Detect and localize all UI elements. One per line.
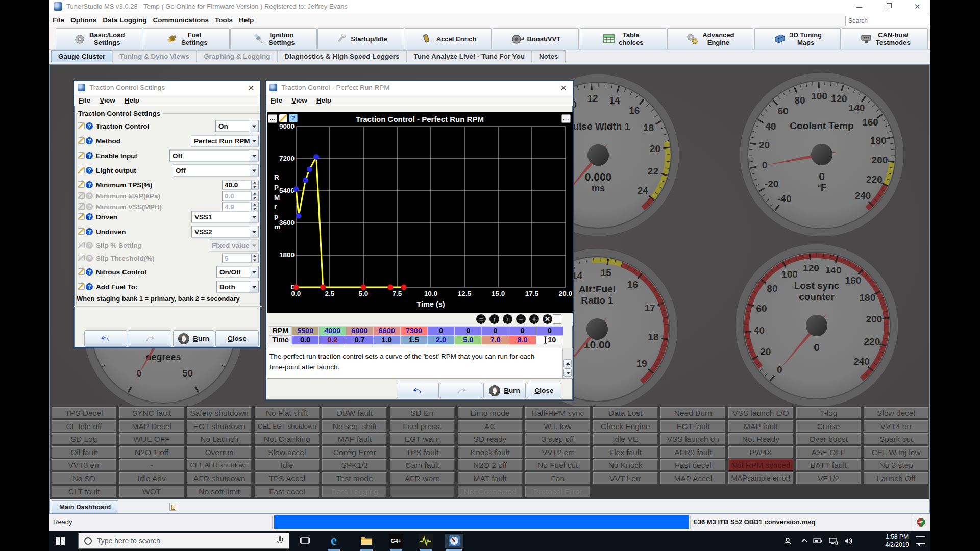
start-button[interactable] [56, 537, 65, 545]
dropdown-arrow-icon[interactable] [250, 212, 258, 222]
dropdown-enable-input[interactable]: Off [169, 150, 259, 162]
table-cell-time-2[interactable]: 0.7 [346, 335, 373, 344]
curve-tool-plus[interactable]: + [529, 314, 539, 324]
close-button-settings[interactable]: Close [215, 330, 259, 347]
table-cell-time-6[interactable]: 5.0 [455, 335, 482, 344]
toolbar-basic-load-settings[interactable]: Basic/Load Settings [56, 28, 142, 49]
settings-menu-view[interactable]: View [100, 96, 121, 104]
settings-menu-file[interactable]: File [79, 96, 96, 104]
settings-close-icon[interactable]: ✕ [247, 83, 256, 93]
file-explorer-icon[interactable] [359, 534, 374, 548]
curve-tool-down-arrow[interactable]: ↓ [503, 314, 512, 324]
tab-main-dashboard[interactable]: Main Dashboard [52, 500, 118, 513]
help-icon[interactable]: ? [86, 213, 93, 220]
battery-icon[interactable] [813, 537, 822, 544]
help-icon[interactable]: ? [86, 242, 93, 249]
curve-tool-close-x[interactable]: ✕ [543, 314, 552, 324]
help-icon[interactable]: ? [86, 283, 93, 290]
table-cell-rpm-2[interactable]: 6000 [346, 326, 373, 335]
tab-gauge-cluster[interactable]: Gauge Cluster [51, 50, 112, 62]
toolbar-can-bus-testmodes[interactable]: CAN-bus/ Testmodes [842, 28, 928, 49]
toolbar-table-choices[interactable]: Table choices [580, 28, 667, 49]
tab-tune-analyze-live-tune-for-you[interactable]: Tune Analyze Live! - Tune For You [407, 50, 532, 62]
menu-communications[interactable]: Communications [153, 16, 215, 24]
table-cell-time-8[interactable]: 8.0 [509, 335, 536, 344]
mic-icon[interactable] [277, 536, 283, 545]
toolbar-fuel-settings[interactable]: Fuel Settings [143, 28, 230, 49]
dropdown-arrow-icon[interactable] [250, 121, 258, 132]
volume-icon[interactable] [844, 537, 853, 545]
dropdown-traction-control[interactable]: On [215, 120, 259, 132]
search-input[interactable]: Search [845, 16, 928, 26]
spinner-minimum-tps-[interactable]: 40.0 [222, 180, 259, 190]
logview-app-icon[interactable] [419, 534, 433, 548]
dropdown-arrow-icon[interactable] [250, 282, 258, 292]
redo-button[interactable] [128, 330, 172, 347]
minimize-button[interactable] [851, 2, 867, 11]
help-icon[interactable]: ? [86, 137, 93, 144]
table-cell-rpm-4[interactable]: 7300 [401, 326, 428, 335]
description-scrollbar[interactable] [562, 348, 572, 378]
menu-data-logging[interactable]: Data Logging [103, 16, 152, 24]
help-icon[interactable]: ? [86, 152, 93, 159]
curve-tool-blank[interactable] [553, 314, 561, 324]
dropdown-light-output[interactable]: Off [173, 165, 259, 177]
network-icon[interactable] [828, 537, 838, 545]
table-cell-time-0[interactable]: 0.0 [292, 335, 319, 344]
table-cell-rpm-3[interactable]: 6600 [374, 326, 401, 335]
taskbar-search[interactable]: Type here to search [78, 533, 289, 549]
menu-file[interactable]: File [53, 16, 70, 24]
undo-button[interactable] [84, 330, 127, 347]
close-button[interactable]: ✕ [910, 2, 925, 11]
toolbar-startup-idle[interactable]: Startup/Idle [317, 28, 404, 49]
help-icon[interactable]: ? [86, 255, 93, 262]
tab-tuning-dyno-views[interactable]: Tuning & Dyno Views [112, 50, 197, 62]
curve-tool-up-arrow[interactable]: ↑ [489, 314, 499, 324]
help-icon[interactable]: ? [86, 228, 93, 235]
table-cell-rpm-7[interactable]: 0 [482, 326, 509, 335]
edge-icon[interactable]: e [327, 534, 341, 548]
dashboard-lock-icon[interactable] [169, 503, 176, 511]
dropdown-arrow-icon[interactable] [250, 240, 258, 251]
toolbar-accel-enrich[interactable]: Accel Enrich [405, 28, 492, 49]
curve-menu-view[interactable]: View [291, 96, 313, 104]
menu-help[interactable]: Help [239, 16, 259, 24]
chart-options-right-icon[interactable]: ... [561, 114, 571, 123]
table-cell-rpm-8[interactable]: 0 [509, 326, 536, 335]
burn-button-curve[interactable]: Burn [483, 383, 526, 398]
table-cell-time-9[interactable]: 10 [536, 335, 564, 344]
action-center-icon[interactable] [916, 536, 925, 544]
table-cell-time-1[interactable]: 0.2 [319, 335, 346, 344]
help-icon[interactable]: ? [86, 122, 93, 130]
curve-tool-equals[interactable]: = [476, 314, 486, 324]
settings-menu-help[interactable]: Help [125, 96, 145, 104]
chevron-up-icon[interactable] [801, 537, 808, 544]
dropdown-arrow-icon[interactable] [250, 136, 258, 146]
table-cell-rpm-1[interactable]: 4000 [319, 326, 346, 335]
menu-tools[interactable]: Tools [215, 16, 238, 24]
taskbar-clock[interactable]: 1:58 PM4/2/2019 [885, 533, 909, 549]
menu-options[interactable]: Options [70, 16, 102, 24]
table-cell-rpm-6[interactable]: 0 [455, 326, 482, 335]
toolbar-ignition-settings[interactable]: Ignition Settings [230, 28, 317, 49]
tab-graphing-logging[interactable]: Graphing & Logging [197, 50, 277, 62]
dropdown-nitrous-control[interactable]: On/Off [216, 266, 259, 278]
dropdown-driven[interactable]: VSS1 [191, 211, 259, 223]
close-button-curve[interactable]: Close [527, 383, 561, 398]
spinner-slip-threshold-[interactable]: 5 [222, 254, 259, 263]
dropdown-arrow-icon[interactable] [250, 165, 258, 176]
dropdown-slip-setting[interactable]: Fixed value [209, 240, 259, 252]
dropdown-arrow-icon[interactable] [250, 267, 258, 278]
help-icon[interactable]: ? [86, 203, 93, 210]
undo-button-curve[interactable] [397, 383, 439, 398]
table-cell-time-3[interactable]: 1.0 [374, 335, 401, 344]
help-icon[interactable]: ? [86, 181, 93, 188]
maximize-button[interactable] [880, 2, 895, 11]
scroll-up-button[interactable] [564, 359, 572, 367]
table-cell-rpm-5[interactable]: 0 [428, 326, 455, 335]
tunerstudio-taskbar-icon[interactable] [445, 534, 463, 548]
help-icon[interactable]: ? [86, 192, 93, 199]
dropdown-method[interactable]: Perfect Run RPM [191, 135, 259, 147]
tab-diagnostics-high-speed-loggers[interactable]: Diagnostics & High Speed Loggers [278, 50, 407, 62]
redo-button-curve[interactable] [440, 383, 482, 398]
